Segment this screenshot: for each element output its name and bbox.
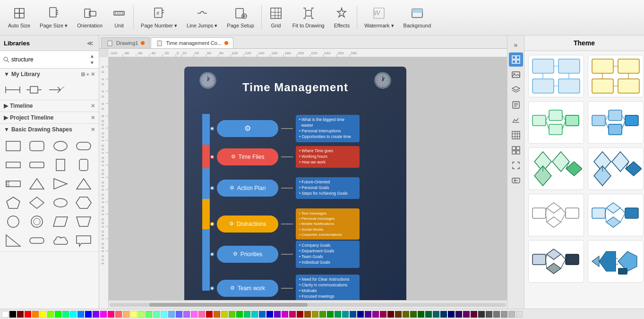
my-lib-shape-3[interactable] <box>47 83 65 97</box>
shape-pentagon[interactable] <box>4 195 23 211</box>
color-swatch[interactable] <box>176 311 182 318</box>
color-swatch[interactable] <box>478 311 485 318</box>
shape-hexagon[interactable] <box>74 195 93 211</box>
color-swatch[interactable] <box>395 311 402 318</box>
color-swatch[interactable] <box>100 311 107 318</box>
chart-panel-button[interactable] <box>509 113 523 127</box>
color-swatch[interactable] <box>282 311 288 318</box>
shape-rounded-rect-2[interactable] <box>74 138 93 154</box>
color-swatch[interactable] <box>486 311 492 318</box>
effects-button[interactable]: Effects <box>330 3 354 32</box>
row-2-pill[interactable]: ⚙ Time Flies <box>217 148 278 165</box>
layers-panel-button[interactable] <box>509 83 523 97</box>
theme-card-5[interactable] <box>528 147 584 190</box>
color-swatch[interactable] <box>274 311 281 318</box>
color-swatch[interactable] <box>516 311 523 318</box>
canvas-scroll[interactable]: 🕐 🕐 Time Management <box>109 57 507 300</box>
color-swatch[interactable] <box>123 311 129 318</box>
color-swatch[interactable] <box>55 311 61 318</box>
shape-parallelogram[interactable] <box>51 214 70 230</box>
color-black[interactable] <box>9 311 16 318</box>
shape-circle-1[interactable] <box>4 214 23 230</box>
resize-panel-button[interactable] <box>509 158 523 172</box>
color-swatch[interactable] <box>40 311 46 318</box>
theme-card-8[interactable] <box>588 194 644 236</box>
color-swatch[interactable] <box>138 311 145 318</box>
shape-triangle-up[interactable] <box>27 176 46 192</box>
hscroll-thumb[interactable] <box>149 303 308 307</box>
row-3-pill[interactable]: ⚙ Action Plan <box>217 180 278 197</box>
theme-card-3[interactable] <box>528 101 584 144</box>
color-swatch[interactable] <box>206 311 213 318</box>
expand-right-button[interactable]: » <box>509 37 523 52</box>
watermark-button[interactable]: W Watermark ▾ <box>360 3 398 32</box>
shape-triangle-3[interactable] <box>74 176 93 192</box>
color-swatch[interactable] <box>342 311 349 318</box>
color-swatch[interactable] <box>501 311 507 318</box>
shape-circle-2[interactable] <box>27 214 46 230</box>
shape-triangle-right[interactable] <box>51 176 70 192</box>
color-swatch[interactable] <box>153 311 160 318</box>
shape-rect-tall[interactable] <box>51 157 70 173</box>
theme-card-10[interactable] <box>588 240 644 283</box>
theme-card-2[interactable] <box>588 55 644 97</box>
shape-oval[interactable] <box>51 195 70 211</box>
color-swatch[interactable] <box>146 311 152 318</box>
shape-callout[interactable] <box>74 233 93 249</box>
theme-card-9[interactable] <box>528 240 584 283</box>
color-swatch[interactable] <box>161 311 167 318</box>
color-swatch[interactable] <box>463 311 470 318</box>
color-swatch[interactable] <box>32 311 39 318</box>
color-swatch[interactable] <box>327 311 334 318</box>
collapse-sidebar-button[interactable]: ≪ <box>86 38 95 48</box>
shape-rect-wide[interactable] <box>27 157 46 173</box>
my-library-export-button[interactable]: ⊞ <box>81 71 85 78</box>
color-swatch[interactable] <box>403 311 409 318</box>
color-swatch[interactable] <box>312 311 318 318</box>
color-swatch[interactable] <box>304 311 311 318</box>
color-swatch[interactable] <box>108 311 114 318</box>
timeline-close-button[interactable]: ✕ <box>91 103 95 109</box>
fit-to-drawing-button[interactable]: Fit to Drawing <box>288 3 329 32</box>
shape-rect-rounded-tall[interactable] <box>74 157 93 173</box>
color-swatch[interactable] <box>350 311 356 318</box>
my-lib-shape-2[interactable] <box>26 83 43 97</box>
shape-rounded-rect[interactable] <box>27 138 46 154</box>
color-swatch[interactable] <box>214 311 220 318</box>
color-white[interactable] <box>2 311 9 318</box>
color-swatch[interactable] <box>289 311 296 318</box>
color-swatch[interactable] <box>387 311 394 318</box>
basic-drawing-shapes-header[interactable]: ▼ Basic Drawing Shapes ✕ <box>0 124 99 135</box>
shape-rectangle[interactable] <box>4 138 23 154</box>
row-6-pill[interactable]: ⚙ Team work <box>217 280 278 297</box>
extra-panel-button[interactable] <box>509 143 523 157</box>
row-1-pill[interactable]: ⚙ <box>217 120 278 137</box>
color-swatch[interactable] <box>70 311 77 318</box>
line-jumps-button[interactable]: Line Jumps ▾ <box>182 3 222 32</box>
project-timeline-close-button[interactable]: ✕ <box>91 115 95 121</box>
timeline-header[interactable]: ▶ Timeline ✕ <box>0 100 99 112</box>
scroll-up-button[interactable]: ▲ <box>88 53 96 60</box>
shape-stadium[interactable] <box>27 233 46 249</box>
color-swatch[interactable] <box>77 311 84 318</box>
tab-time-mgmt[interactable]: 📋 Time management Co... <box>151 37 233 48</box>
auto-size-button[interactable]: Auto Size <box>4 3 34 32</box>
color-swatch[interactable] <box>440 311 447 318</box>
shape-trapezoid[interactable] <box>74 214 93 230</box>
color-swatch[interactable] <box>47 311 54 318</box>
page-size-button[interactable]: Page Size ▾ <box>35 3 72 32</box>
color-swatch[interactable] <box>191 311 197 318</box>
color-swatch[interactable] <box>198 311 205 318</box>
table-panel-button[interactable] <box>509 128 523 142</box>
orientation-button[interactable]: Orientation <box>73 3 107 32</box>
theme-card-6[interactable] <box>588 147 644 190</box>
shape-diamond[interactable] <box>27 195 46 211</box>
color-swatch[interactable] <box>168 311 175 318</box>
color-swatch[interactable] <box>236 311 243 318</box>
color-swatch[interactable] <box>93 311 99 318</box>
page-number-button[interactable]: # Page Number ▾ <box>137 3 181 32</box>
theme-card-1[interactable] <box>528 55 584 97</box>
scroll-down-button[interactable]: ▼ <box>88 60 96 66</box>
basic-drawing-shapes-close-button[interactable]: ✕ <box>91 127 95 133</box>
color-swatch[interactable] <box>297 311 303 318</box>
